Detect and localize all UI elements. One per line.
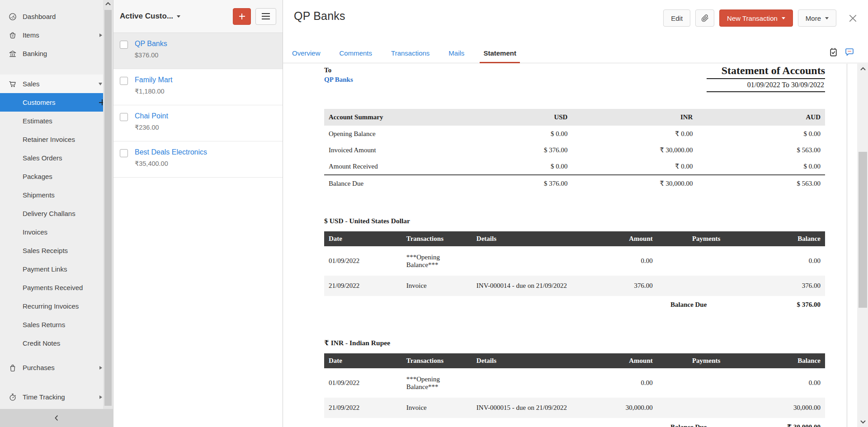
chevron-right-icon[interactable]	[99, 395, 102, 399]
chevron-down-icon	[782, 17, 785, 19]
customer-amount: $376.00	[135, 52, 276, 59]
customer-row-best-deals-electronics[interactable]: Best Deals Electronics ₹35,400.00	[113, 141, 283, 178]
sidebar-item-items[interactable]: Items	[0, 26, 113, 44]
sales-cart-icon	[8, 79, 18, 89]
scroll-up-icon[interactable]	[857, 66, 868, 71]
sidebar-item-sales-returns[interactable]: Sales Returns	[0, 315, 113, 334]
customer-amount: ₹1,180.00	[135, 88, 276, 95]
new-transaction-button[interactable]: New Transaction	[719, 9, 793, 27]
customer-name-link[interactable]: Chai Point	[135, 112, 276, 121]
balance-due-row: Balance Due $ 376.00	[324, 296, 825, 314]
summary-aud-value: $ 563.00	[697, 175, 825, 192]
cell-details: INV-000015 - due on 21/09/2022	[472, 398, 602, 418]
more-button[interactable]: More	[798, 9, 836, 27]
statement-heading-block: Statement of Accounts 01/09/2022 To 30/0…	[707, 65, 825, 92]
tab-transactions[interactable]: Transactions	[390, 43, 430, 63]
customer-checkbox[interactable]	[120, 77, 128, 85]
sidebar-item-invoices[interactable]: Invoices	[0, 223, 113, 241]
sidebar-item-recurring-invoices[interactable]: Recurring Invoices	[0, 297, 113, 315]
summary-usd-value: $ 0.00	[479, 158, 572, 175]
sidebar-scrollbar[interactable]	[103, 0, 113, 409]
sidebar-item-estimates[interactable]: Estimates	[0, 112, 113, 130]
col-date: Date	[324, 231, 402, 246]
customer-checkbox[interactable]	[120, 113, 128, 121]
comments-bubble-icon[interactable]	[844, 46, 855, 58]
scroll-down-icon[interactable]	[857, 419, 868, 424]
tab-label: Mails	[448, 49, 464, 57]
customer-row-family-mart[interactable]: Family Mart ₹1,180.00	[113, 69, 283, 105]
customer-checkbox[interactable]	[120, 41, 128, 49]
customer-name-link[interactable]: QP Banks	[135, 39, 276, 48]
sidebar-item-banking[interactable]: Banking	[0, 44, 113, 63]
cell-date: 01/09/2022	[324, 368, 402, 398]
sidebar-item-dashboard[interactable]: Dashboard	[0, 7, 113, 26]
customer-row-chai-point[interactable]: Chai Point ₹236.00	[113, 105, 283, 141]
items-icon	[8, 30, 18, 40]
content-gap	[847, 64, 857, 427]
sidebar-collapse-button[interactable]	[0, 409, 113, 427]
sidebar-item-purchases[interactable]: Purchases	[0, 358, 113, 377]
dashboard-icon	[8, 12, 18, 22]
sidebar-item-label: Sales	[23, 80, 40, 88]
edit-button-label: Edit	[671, 14, 683, 22]
close-button[interactable]	[848, 13, 858, 23]
sidebar-scrollbar-thumb[interactable]	[104, 10, 112, 406]
sidebar-item-sales-orders[interactable]: Sales Orders	[0, 149, 113, 167]
sidebar-item-payment-links[interactable]: Payment Links	[0, 260, 113, 278]
cell-transaction: Invoice	[402, 276, 472, 296]
sidebar-item-customers[interactable]: Customers	[0, 93, 113, 112]
scroll-up-icon[interactable]	[103, 1, 113, 7]
chevron-down-icon[interactable]	[99, 83, 102, 85]
statement-date-range: 01/09/2022 To 30/09/2022	[707, 79, 825, 92]
sidebar-item-delivery-challans[interactable]: Delivery Challans	[0, 204, 113, 223]
summary-usd-value: $ 376.00	[479, 142, 572, 158]
tab-label: Overview	[292, 49, 321, 57]
page-title: QP Banks	[294, 9, 345, 23]
cell-balance: 0.00	[725, 246, 825, 276]
sidebar-item-label: Retainer Invoices	[23, 136, 75, 143]
new-customer-button[interactable]	[233, 8, 251, 25]
attachments-button[interactable]	[695, 9, 714, 27]
statement-content: To QP Banks Statement of Accounts 01/09/…	[283, 64, 868, 427]
table-row: 21/09/2022 Invoice INV-000014 - due on 2…	[324, 276, 825, 296]
tab-statement[interactable]: Statement	[482, 43, 517, 63]
sidebar-item-packages[interactable]: Packages	[0, 167, 113, 186]
tasks-clipboard-icon[interactable]	[827, 46, 839, 58]
sidebar-item-label: Sales Orders	[23, 154, 62, 162]
customer-name-link[interactable]: Best Deals Electronics	[135, 148, 276, 157]
sidebar-item-label: Customers	[23, 99, 56, 106]
sidebar-item-time-tracking[interactable]: Time Tracking	[0, 388, 113, 406]
list-menu-button[interactable]	[255, 8, 276, 25]
edit-button[interactable]: Edit	[663, 9, 690, 27]
summary-usd-value: $ 376.00	[479, 175, 572, 192]
sidebar-item-label: Payment Links	[23, 265, 67, 273]
balance-due-label: Balance Due	[657, 296, 725, 314]
sidebar-item-sales[interactable]: Sales	[0, 75, 113, 93]
summary-col-aud: AUD	[697, 109, 825, 126]
summary-inr-value: ₹ 30,000.00	[572, 175, 697, 192]
customer-checkbox[interactable]	[120, 149, 128, 157]
sidebar-item-shipments[interactable]: Shipments	[0, 186, 113, 204]
page-scrollbar[interactable]	[857, 64, 868, 427]
sidebar-item-sales-receipts[interactable]: Sales Receipts	[0, 241, 113, 260]
detail-panel: QP Banks Edit New Transaction More	[283, 0, 868, 427]
statement-document-area: To QP Banks Statement of Accounts 01/09/…	[283, 64, 847, 427]
cell-date: 01/09/2022	[324, 246, 402, 276]
chevron-right-icon[interactable]	[99, 33, 102, 37]
page-scrollbar-thumb[interactable]	[859, 152, 867, 308]
sidebar-item-credit-notes[interactable]: Credit Notes	[0, 334, 113, 352]
customer-list-header: Active Custo...	[113, 0, 283, 33]
sidebar-item-label: Payments Received	[23, 284, 83, 291]
sidebar-item-payments-received[interactable]: Payments Received	[0, 278, 113, 297]
chevron-right-icon[interactable]	[99, 366, 102, 370]
tab-comments[interactable]: Comments	[339, 43, 373, 63]
tab-mails[interactable]: Mails	[448, 43, 465, 63]
sidebar-item-retainer-invoices[interactable]: Retainer Invoices	[0, 130, 113, 149]
cell-payments	[657, 276, 725, 296]
customer-name-link[interactable]: Family Mart	[135, 75, 276, 84]
customer-list-panel: Active Custo... QP Banks $376.00 Family …	[113, 0, 283, 427]
customer-row-qp-banks[interactable]: QP Banks $376.00	[113, 33, 283, 69]
customer-filter-dropdown[interactable]: Active Custo...	[120, 12, 180, 21]
summary-row-label: Balance Due	[324, 175, 479, 192]
tab-overview[interactable]: Overview	[291, 43, 321, 63]
